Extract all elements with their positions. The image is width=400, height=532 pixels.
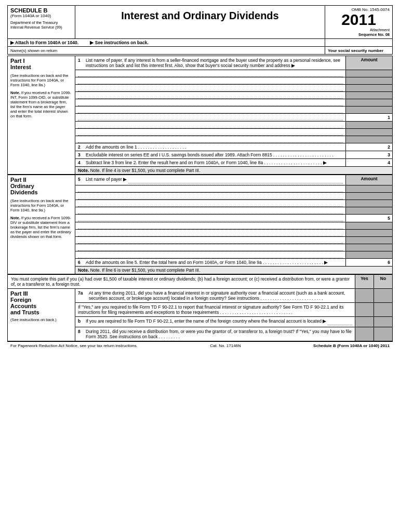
part2-input-7[interactable] bbox=[75, 230, 346, 237]
part2-left: Part II Ordinary Dividends (See instruct… bbox=[8, 175, 75, 274]
amount-cell-line5: 5 bbox=[346, 215, 393, 222]
part1-input-7[interactable] bbox=[75, 114, 346, 122]
amount-cell-p2-4 bbox=[346, 207, 393, 215]
part3-line7a: 7a At any time during 2011, did you have… bbox=[75, 289, 355, 303]
line8-text: During 2011, did you receive a distribut… bbox=[86, 329, 352, 339]
line5-num: 5 bbox=[78, 177, 84, 182]
paperwork-notice: For Paperwork Reduction Act Notice, see … bbox=[10, 343, 138, 348]
note-line4: Note. Note. If line 4 is over $1,500, yo… bbox=[75, 167, 393, 175]
amount-cell-1 bbox=[346, 70, 393, 77]
cat-number: Cat. No. 17146N bbox=[210, 343, 241, 348]
part1-label: Part I bbox=[10, 58, 72, 64]
part1-line3: 3 Excludable interest on series EE and I… bbox=[75, 151, 346, 159]
part2-input-6[interactable] bbox=[75, 222, 346, 230]
part2-input-10[interactable] bbox=[75, 251, 346, 259]
part2-line5-header: 5 List name of payer ▶ bbox=[75, 175, 346, 185]
line2-num: 2 bbox=[78, 144, 84, 150]
part1-input-10[interactable] bbox=[75, 136, 346, 143]
part2-input-4[interactable] bbox=[75, 207, 346, 215]
amount-cell-p2-8 bbox=[346, 237, 393, 244]
part1-instructions: (See instructions on back and the instru… bbox=[10, 73, 72, 87]
part3-sublabel3: and Trusts bbox=[10, 309, 72, 315]
amount-cell-p2-10 bbox=[346, 251, 393, 259]
part3-label: Part III bbox=[10, 290, 72, 297]
amount-cell-8 bbox=[346, 122, 393, 129]
amount-cell-line1: 1 bbox=[346, 114, 393, 122]
line4-text: Subtract line 3 from line 2. Enter the r… bbox=[86, 160, 327, 165]
amount-cell-5 bbox=[346, 99, 393, 107]
ssn-cell: Your social security number bbox=[325, 47, 393, 55]
amount-cell-p2-9 bbox=[346, 244, 393, 251]
note-label-2: Note. bbox=[10, 216, 20, 220]
part2-input-5[interactable] bbox=[75, 215, 346, 222]
country-input[interactable] bbox=[328, 318, 352, 325]
line8-num: 8 bbox=[78, 329, 84, 334]
part3-line8: 8 During 2011, did you receive a distrib… bbox=[75, 327, 355, 341]
line3-num: 3 bbox=[78, 152, 84, 157]
header-right-2 bbox=[325, 39, 393, 47]
part2-sublabel1: Ordinary bbox=[10, 183, 72, 189]
part1-input-9[interactable] bbox=[75, 129, 346, 136]
part1-input-6[interactable] bbox=[75, 107, 346, 114]
line7a-no[interactable] bbox=[374, 289, 393, 303]
part2-instructions: (See instructions on back and the instru… bbox=[10, 198, 72, 212]
part1-sublabel: Interest bbox=[10, 64, 72, 70]
part1-input-8[interactable] bbox=[75, 122, 346, 129]
part2-input-9[interactable] bbox=[75, 244, 346, 251]
schedule-ref: Schedule B (Form 1040A or 1040) 2011 bbox=[313, 343, 390, 348]
part3-sublabel1: Foreign bbox=[10, 297, 72, 303]
amount-header-1: Amount bbox=[346, 56, 393, 70]
attach-row: ▶ Attach to Form 1040A or 1040. ▶ See in… bbox=[8, 39, 325, 47]
ssn-label: Your social security number bbox=[328, 48, 383, 53]
part2-input-2[interactable] bbox=[75, 193, 346, 200]
line7b-yes[interactable] bbox=[355, 303, 374, 317]
note-bold-1: Note. bbox=[78, 168, 89, 173]
form-ref: (Form 1040A or 1040) bbox=[10, 14, 72, 18]
amount-cell-2 bbox=[346, 77, 393, 85]
amount-cell-3 bbox=[346, 85, 393, 92]
part1-input-2[interactable] bbox=[75, 77, 346, 85]
part1-note-block: Note. If you received a Form 1099-INT, F… bbox=[10, 90, 72, 118]
schedule-label: SCHEDULE B bbox=[10, 7, 72, 14]
amount-cell-line6: 6 bbox=[346, 259, 393, 267]
line8-no[interactable] bbox=[374, 327, 393, 341]
part1-input-5[interactable] bbox=[75, 99, 346, 107]
part1-left: Part I Interest (See instructions on bac… bbox=[8, 56, 75, 175]
note-line6-text: Note. If line 6 is over $1,500, you must… bbox=[90, 268, 201, 273]
empty-no-1 bbox=[374, 317, 393, 327]
amount-cell-p2-7 bbox=[346, 230, 393, 237]
line7a-yes[interactable] bbox=[355, 289, 374, 303]
line6-text: Add the amounts on line 5. Enter the tot… bbox=[86, 260, 328, 265]
note-line6: Note. Note. If line 6 is over $1,500, yo… bbox=[75, 267, 393, 274]
line4-num: 4 bbox=[78, 160, 84, 165]
amount-cell-p2-3 bbox=[346, 200, 393, 207]
line1-content: 1 List name of payer. If any interest is… bbox=[78, 58, 343, 68]
part1-input-1[interactable] bbox=[75, 70, 346, 77]
name-label: Name(s) shown on return bbox=[10, 48, 57, 53]
line7b-text2: If you are required to file Form TD F 90… bbox=[86, 318, 326, 324]
amount-cell-p2-6 bbox=[346, 222, 393, 230]
line7a-text: At any time during 2011, did you have a … bbox=[89, 290, 352, 301]
part1-input-4[interactable] bbox=[75, 92, 346, 99]
part3-intro: You must complete this part if you (a) h… bbox=[8, 275, 355, 289]
part2-note-block: Note. If you received a Form 1099-DIV or… bbox=[10, 216, 72, 239]
part1-input-3[interactable] bbox=[75, 85, 346, 92]
line7b-no[interactable] bbox=[374, 303, 393, 317]
part3-intro-text: You must complete this part if you (a) h… bbox=[11, 276, 350, 287]
part2-input-8[interactable] bbox=[75, 237, 346, 244]
part3-see: (See instructions on back.) bbox=[10, 317, 72, 322]
part2-input-1[interactable] bbox=[75, 185, 346, 193]
amount-cell-line3: 3 bbox=[346, 151, 393, 159]
yes-header: Yes bbox=[355, 275, 374, 289]
line5-input[interactable] bbox=[128, 177, 343, 183]
note-label-1: Note. bbox=[10, 90, 20, 95]
part2-label: Part II bbox=[10, 177, 72, 183]
name-cell: Name(s) shown on return bbox=[8, 47, 325, 55]
line8-yes[interactable] bbox=[355, 327, 374, 341]
part2-sublabel2: Dividends bbox=[10, 189, 72, 195]
line5-text: List name of payer ▶ bbox=[86, 177, 127, 182]
part2-input-3[interactable] bbox=[75, 200, 346, 207]
amount-cell-p2-1 bbox=[346, 185, 393, 193]
part3-line7b-1: If "Yes," are you required to file Form … bbox=[75, 303, 355, 317]
part2-line6: 6 Add the amounts on line 5. Enter the t… bbox=[75, 259, 346, 267]
